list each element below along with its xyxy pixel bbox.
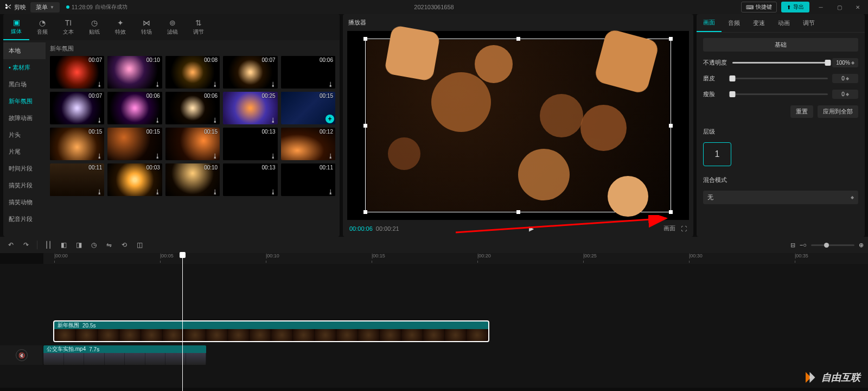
- media-thumb-7[interactable]: 00:06⭳: [165, 92, 220, 124]
- split-button[interactable]: ⎮⎮: [42, 238, 55, 251]
- download-icon[interactable]: ⭳: [155, 81, 161, 87]
- media-thumb-2[interactable]: 00:08⭳: [165, 56, 220, 89]
- skin-value[interactable]: 0◆: [832, 74, 858, 83]
- redo-button[interactable]: ↷: [20, 238, 33, 251]
- prop-tab-4[interactable]: 调节: [796, 14, 821, 32]
- blend-mode-select[interactable]: 无◆: [703, 191, 858, 204]
- clip-overlay[interactable]: 新年氛围20.5s: [54, 321, 488, 341]
- timeline-ruler[interactable]: |00:00|00:05|00:10|00:15|00:20|00:25|00:…: [43, 253, 868, 264]
- basic-tab[interactable]: 基础: [703, 38, 858, 52]
- fullscreen-button[interactable]: ⛶: [681, 225, 687, 232]
- download-icon[interactable]: ⭳: [270, 153, 276, 159]
- media-tab-5[interactable]: ⋈转场: [133, 14, 159, 40]
- media-tab-7[interactable]: ⇅调节: [186, 14, 212, 40]
- download-icon[interactable]: ⭳: [270, 81, 276, 87]
- media-thumb-11[interactable]: 00:15⭳: [107, 128, 162, 160]
- face-slider[interactable]: [732, 93, 828, 95]
- sidebar-item-4[interactable]: 故障动画: [3, 110, 46, 127]
- prop-tab-2[interactable]: 变速: [746, 14, 771, 32]
- crop-button[interactable]: ◫: [133, 238, 146, 251]
- media-thumb-5[interactable]: 00:07⭳: [50, 92, 104, 124]
- media-thumb-3[interactable]: 00:07⭳: [223, 56, 277, 89]
- sidebar-item-9[interactable]: 搞笑动物: [3, 194, 46, 211]
- media-tab-6[interactable]: ⊚滤镜: [159, 14, 186, 40]
- play-button[interactable]: ▶: [529, 225, 534, 232]
- sidebar-item-5[interactable]: 片头: [3, 127, 46, 143]
- timeline-tracks[interactable]: 新年氛围20.5s 🔇 公交车实拍.mp47.7s: [0, 264, 868, 388]
- sidebar-item-3[interactable]: 新年氛围: [3, 93, 46, 110]
- download-icon[interactable]: ⭳: [328, 153, 334, 159]
- playhead[interactable]: [182, 253, 183, 391]
- close-button[interactable]: ✕: [851, 2, 865, 12]
- ratio-button[interactable]: 画面: [663, 224, 675, 232]
- media-tab-0[interactable]: ▣媒体: [3, 14, 29, 40]
- download-icon[interactable]: ⭳: [212, 81, 218, 87]
- opacity-slider[interactable]: [732, 62, 828, 64]
- prop-tab-1[interactable]: 音频: [722, 14, 746, 32]
- reset-button[interactable]: 重置: [790, 105, 813, 118]
- zoom-in-button[interactable]: ⊕: [859, 242, 864, 249]
- sidebar-item-8[interactable]: 搞笑片段: [3, 177, 46, 194]
- sidebar-item-10[interactable]: 配音片段: [3, 211, 46, 228]
- media-thumb-13[interactable]: 00:13⭳: [223, 128, 277, 160]
- media-tab-1[interactable]: ◔音频: [29, 14, 55, 40]
- skin-slider[interactable]: [732, 78, 828, 79]
- media-thumb-4[interactable]: 00:06⭳: [281, 56, 335, 89]
- rotate-button[interactable]: ⟲: [118, 238, 131, 251]
- sidebar-item-6[interactable]: 片尾: [3, 143, 46, 160]
- media-tab-2[interactable]: TI文本: [55, 14, 81, 40]
- download-icon[interactable]: ⭳: [155, 188, 161, 195]
- download-icon[interactable]: ⭳: [212, 153, 218, 159]
- opacity-value[interactable]: 100%◆: [832, 58, 858, 67]
- download-icon[interactable]: ⭳: [212, 188, 218, 195]
- media-tab-4[interactable]: ✦特效: [107, 14, 133, 40]
- export-button[interactable]: ⬆导出: [781, 2, 809, 12]
- download-icon[interactable]: ⭳: [97, 188, 103, 195]
- menu-button[interactable]: 菜单▼: [30, 2, 60, 12]
- delete-right-button[interactable]: ◨: [72, 238, 85, 251]
- media-thumb-18[interactable]: 00:13⭳: [223, 163, 277, 196]
- clip-main[interactable]: 公交车实拍.mp47.7s: [43, 345, 206, 365]
- media-thumb-15[interactable]: 00:11⭳: [50, 163, 104, 196]
- shortcut-button[interactable]: ⌨快捷键: [741, 2, 777, 12]
- media-thumb-1[interactable]: 00:10⭳: [107, 56, 162, 89]
- download-icon[interactable]: ⭳: [270, 188, 276, 195]
- delete-left-button[interactable]: ◧: [57, 238, 70, 251]
- download-icon[interactable]: ⭳: [155, 117, 161, 123]
- sidebar-item-2[interactable]: 黑白场: [3, 76, 46, 93]
- add-clip-button[interactable]: +: [326, 115, 334, 123]
- prop-tab-3[interactable]: 动画: [771, 14, 796, 32]
- media-thumb-12[interactable]: 00:15⭳: [165, 128, 220, 160]
- prop-tab-0[interactable]: 画面: [697, 14, 722, 32]
- maximize-button[interactable]: ▢: [832, 2, 846, 12]
- speed-button[interactable]: ◷: [87, 238, 100, 251]
- media-thumb-0[interactable]: 00:07⭳: [50, 56, 104, 89]
- media-thumb-17[interactable]: 00:10⭳: [165, 163, 220, 196]
- download-icon[interactable]: ⭳: [328, 81, 334, 87]
- apply-all-button[interactable]: 应用到全部: [818, 105, 858, 118]
- download-icon[interactable]: ⭳: [97, 117, 103, 123]
- sidebar-item-7[interactable]: 时间片段: [3, 160, 46, 177]
- undo-button[interactable]: ↶: [4, 238, 17, 251]
- download-icon[interactable]: ⭳: [97, 153, 103, 159]
- media-tab-3[interactable]: ◷贴纸: [81, 14, 107, 40]
- sidebar-item-0[interactable]: 本地: [3, 42, 46, 59]
- download-icon[interactable]: ⭳: [212, 117, 218, 123]
- face-value[interactable]: 0◆: [832, 90, 858, 99]
- mute-track-button[interactable]: 🔇: [16, 349, 28, 361]
- media-thumb-9[interactable]: 00:15+: [281, 92, 335, 124]
- sidebar-item-1[interactable]: • 素材库: [3, 59, 46, 76]
- auto-fit-button[interactable]: ⊟: [790, 242, 795, 249]
- download-icon[interactable]: ⭳: [328, 188, 334, 195]
- media-thumb-16[interactable]: 00:03⭳: [107, 163, 162, 196]
- media-thumb-8[interactable]: 00:25⭳: [223, 92, 277, 124]
- media-thumb-19[interactable]: 00:11⭳: [281, 163, 335, 196]
- minimize-button[interactable]: ─: [814, 2, 828, 12]
- zoom-out-button[interactable]: −○: [800, 242, 807, 248]
- media-thumb-14[interactable]: 00:12⭳: [281, 128, 335, 160]
- mirror-button[interactable]: ⇋: [103, 238, 116, 251]
- media-thumb-10[interactable]: 00:15⭳: [50, 128, 104, 160]
- zoom-slider[interactable]: [811, 244, 854, 246]
- layer-selector[interactable]: 1: [703, 142, 731, 166]
- media-thumb-6[interactable]: 00:06⭳: [107, 92, 162, 124]
